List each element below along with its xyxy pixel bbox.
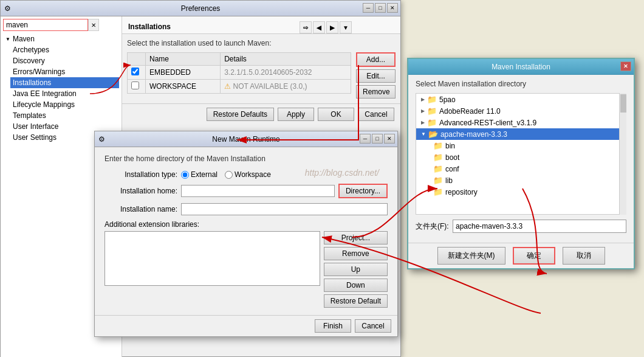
col-details: Details [221, 53, 351, 66]
file-item-repository[interactable]: 📁 repository [416, 186, 626, 198]
additional-ext-section: Additional extension libraries: Project.… [104, 220, 388, 308]
radio-external-label[interactable]: External [181, 170, 218, 179]
preferences-footer: Restore Defaults Apply OK Cancel [122, 103, 400, 125]
folder-icon-adobe: 📁 [427, 106, 437, 116]
warn-icon: ⚠ [224, 82, 231, 91]
finish-button[interactable]: Finish [315, 319, 351, 333]
file-path-input[interactable] [453, 220, 626, 233]
ext-buttons: Project... Remove Up Down Restore Defaul… [324, 231, 388, 308]
maven-cancel-button[interactable]: 取消 [563, 247, 605, 265]
panel-desc: Select the installation used to launch M… [127, 39, 396, 47]
project-button[interactable]: Project... [324, 231, 388, 244]
ext-section-body: Project... Remove Up Down Restore Defaul… [104, 231, 388, 308]
runtime-minimize-button[interactable]: ─ [360, 134, 371, 144]
installation-type-row: Installation type: External Workspace [104, 170, 388, 179]
workspace-checkbox[interactable] [131, 81, 139, 89]
file-name-maven: apache-maven-3.3.3 [440, 130, 507, 139]
file-name-lib: lib [445, 176, 453, 185]
folder-icon-boot: 📁 [433, 153, 443, 162]
folder-icon-conf: 📁 [433, 164, 443, 173]
edit-button[interactable]: Edit... [356, 69, 396, 83]
file-item-lib[interactable]: 📁 lib [416, 175, 626, 186]
close-button[interactable]: ✕ [387, 3, 398, 13]
radio-external[interactable] [181, 171, 189, 179]
installation-name-input[interactable] [181, 203, 388, 215]
folder-arrow-adobe: ▶ [421, 108, 425, 114]
file-name-conf: conf [445, 165, 459, 173]
panel-body: Select the installation used to launch M… [122, 34, 400, 103]
file-item-boot[interactable]: 📁 boot [416, 151, 626, 163]
apply-button[interactable]: Apply [278, 108, 314, 121]
runtime-icon: ⚙ [98, 135, 105, 144]
scrollbar[interactable] [619, 93, 626, 215]
file-item-5pao[interactable]: ▶ 📁 5pao [416, 94, 626, 105]
file-item-conf[interactable]: 📁 conf [416, 163, 626, 175]
radio-workspace-label[interactable]: Workspace [225, 170, 271, 179]
file-item-adobe[interactable]: ▶ 📁 AdobeReader 11.0 [416, 105, 626, 117]
sidebar-item-discovery[interactable]: Discovery [10, 55, 119, 66]
table-row-workspace[interactable]: WORKSPACE ⚠ NOT AVAILABLE (3.0,) [128, 80, 351, 94]
sidebar-item-lifecycle[interactable]: Lifecycle Mappings [10, 99, 119, 110]
embedded-checkbox[interactable] [131, 68, 139, 75]
runtime-maximize-button[interactable]: □ [372, 134, 383, 144]
runtime-window-controls: ─ □ ✕ [360, 134, 395, 144]
sidebar-item-installations[interactable]: Installations [10, 77, 119, 88]
file-name-arc: Advanced-REST-client_v3.1.9 [439, 119, 536, 127]
folder-icon-lib: 📁 [433, 176, 443, 185]
file-input-row: 文件夹(F): [416, 220, 626, 233]
down-button[interactable]: Down [324, 279, 388, 292]
cancel-button[interactable]: Cancel [358, 108, 394, 121]
ext-remove-button[interactable]: Remove [324, 247, 388, 260]
ok-button[interactable]: OK [318, 108, 354, 121]
tree-maven-parent[interactable]: ▼ Maven [3, 33, 119, 44]
remove-button[interactable]: Remove [356, 85, 396, 99]
table-action-buttons: Add... Edit... Remove [356, 52, 396, 99]
runtime-close-button[interactable]: ✕ [384, 134, 395, 144]
folder-arrow-5pao: ▶ [421, 97, 425, 102]
restore-default-button[interactable]: Restore Default [324, 294, 388, 308]
maven-install-desc: Select Maven installation directory [416, 80, 626, 88]
toolbar-forward-btn[interactable]: ⇨ [300, 21, 312, 33]
runtime-cancel-button[interactable]: Cancel [355, 319, 391, 333]
runtime-title-bar: ⚙ New Maven Runtime ─ □ ✕ [95, 131, 397, 147]
file-name-repository: repository [445, 188, 478, 196]
file-item-bin[interactable]: 📁 bin [416, 140, 626, 151]
up-button[interactable]: Up [324, 263, 388, 276]
ext-libraries-textarea[interactable] [104, 231, 320, 286]
scrollbar-thumb[interactable] [620, 94, 626, 113]
toolbar: ⇨ ◀ ▶ ▼ [300, 21, 352, 33]
panel-header: Installations ⇨ ◀ ▶ ▼ [122, 16, 400, 34]
search-clear-button[interactable]: ✕ [88, 19, 99, 31]
sidebar-item-templates[interactable]: Templates [10, 110, 119, 121]
add-button[interactable]: Add... [356, 52, 396, 67]
maven-install-body: Select Maven installation directory ▶ 📁 … [408, 75, 634, 243]
file-item-apache-maven[interactable]: ▼ 📂 apache-maven-3.3.3 [416, 128, 626, 140]
maximize-button[interactable]: □ [375, 3, 386, 13]
sidebar-item-java-ee[interactable]: Java EE Integration [10, 88, 119, 99]
minimize-button[interactable]: ─ [363, 3, 374, 13]
maven-install-title-bar: Maven Installation ✕ [408, 59, 634, 75]
restore-defaults-button[interactable]: Restore Defaults [207, 108, 274, 121]
new-folder-button[interactable]: 新建文件夹(M) [437, 247, 505, 265]
toolbar-forward2-btn[interactable]: ▶ [326, 21, 338, 33]
tree-arrow-icon: ▼ [5, 36, 10, 42]
file-tree-container: ▶ 📁 5pao ▶ 📁 AdobeReader 11.0 ▶ 📁 Advanc… [416, 93, 626, 215]
installation-type-label: Installation type: [104, 170, 177, 179]
table-row-embedded[interactable]: EMBEDDED 3.2.1/1.5.0.20140605-2032 [128, 66, 351, 80]
installation-name-row: Installation name: [104, 203, 388, 215]
installation-home-input[interactable] [181, 185, 335, 197]
radio-workspace[interactable] [225, 171, 233, 179]
confirm-button[interactable]: 确定 [513, 247, 555, 265]
file-item-arc[interactable]: ▶ 📁 Advanced-REST-client_v3.1.9 [416, 117, 626, 128]
toolbar-back-btn[interactable]: ◀ [313, 21, 325, 33]
maven-install-close-button[interactable]: ✕ [620, 61, 631, 71]
folder-icon-bin: 📁 [433, 141, 443, 150]
toolbar-down-btn[interactable]: ▼ [340, 21, 352, 33]
sidebar-item-errors[interactable]: Errors/Warnings [10, 66, 119, 77]
radio-group: External Workspace [181, 170, 271, 179]
file-tree[interactable]: ▶ 📁 5pao ▶ 📁 AdobeReader 11.0 ▶ 📁 Advanc… [416, 93, 626, 215]
runtime-footer: Finish Cancel [95, 315, 397, 336]
directory-button[interactable]: Directory... [338, 184, 388, 198]
sidebar-item-archetypes[interactable]: Archetypes [10, 44, 119, 55]
search-input[interactable] [3, 19, 88, 31]
